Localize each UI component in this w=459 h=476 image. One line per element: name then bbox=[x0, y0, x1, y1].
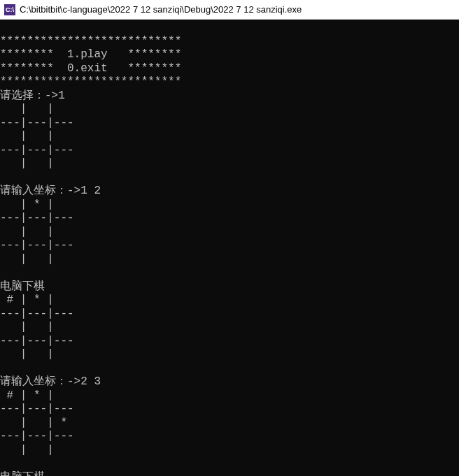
console-line: ---|---|--- bbox=[0, 239, 74, 252]
console-line: | | bbox=[0, 253, 74, 266]
console-line: | | * bbox=[0, 417, 74, 429]
console-line: ---|---|--- bbox=[0, 308, 74, 320]
app-icon: C:\ bbox=[4, 4, 15, 15]
console-line: | | bbox=[0, 103, 74, 115]
console-line: | | bbox=[0, 130, 74, 143]
console-output[interactable]: *************************** ******** 1.p… bbox=[0, 20, 459, 476]
console-line: ******** 0.exit ******** bbox=[0, 62, 181, 75]
console-line: ---|---|--- bbox=[0, 117, 74, 129]
console-line: | | bbox=[0, 321, 74, 333]
console-line: | | bbox=[0, 444, 74, 456]
window-titlebar[interactable]: C:\ C:\bitbitbit\c-language\2022 7 12 sa… bbox=[0, 0, 459, 20]
window-title: C:\bitbitbit\c-language\2022 7 12 sanziq… bbox=[20, 4, 302, 15]
console-line: | | bbox=[0, 226, 74, 238]
console-line: 请输入坐标：->2 3 bbox=[0, 375, 101, 388]
console-line: | | bbox=[0, 157, 74, 170]
console-line: | | bbox=[0, 348, 74, 361]
console-line: 请选择：->1 bbox=[0, 89, 65, 102]
console-line: *************************** bbox=[0, 35, 181, 48]
console-line: ******** 1.play ******** bbox=[0, 48, 181, 61]
console-line: ---|---|--- bbox=[0, 403, 74, 415]
console-line: # | * | bbox=[0, 294, 74, 306]
console-line: *************************** bbox=[0, 75, 181, 88]
console-line: | * | bbox=[0, 199, 74, 211]
console-line: 请输入坐标：->1 2 bbox=[0, 185, 101, 197]
console-line: ---|---|--- bbox=[0, 335, 74, 347]
console-line: ---|---|--- bbox=[0, 212, 74, 224]
console-line: ---|---|--- bbox=[0, 430, 74, 442]
console-line: 电脑下棋 bbox=[0, 471, 45, 476]
console-line: ---|---|--- bbox=[0, 144, 74, 157]
console-line: 电脑下棋 bbox=[0, 280, 45, 293]
console-line: # | * | bbox=[0, 389, 74, 402]
